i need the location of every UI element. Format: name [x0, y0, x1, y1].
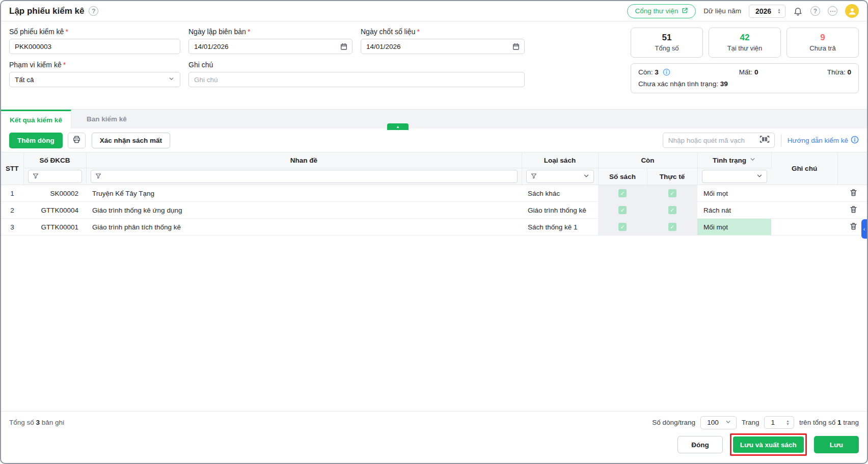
trash-icon	[849, 191, 858, 198]
tab-inventory-result[interactable]: Kết quả kiểm kê	[1, 110, 71, 128]
stepper-arrows-icon[interactable]: ▲▼	[786, 420, 790, 426]
pagination-bar: Tổng số 3 bản ghi Số dòng/trang 100 Tran…	[1, 411, 867, 433]
row-code: SK00002	[23, 185, 86, 202]
row-note[interactable]	[771, 219, 837, 236]
barcode-search-input[interactable]	[668, 137, 759, 144]
stock-checkbox-cell: ✓	[598, 185, 647, 202]
add-row-button[interactable]: Thêm dòng	[9, 133, 63, 148]
app-header: Lập phiếu kiểm kê ? Cổng thư viện Dữ liệ…	[1, 1, 867, 21]
delete-row-button[interactable]	[849, 188, 858, 198]
total-pages: trên tổng số 1 trang	[799, 419, 859, 426]
report-date-input[interactable]	[188, 39, 352, 54]
delete-row-button[interactable]	[849, 222, 858, 232]
library-portal-label: Cổng thư viện	[635, 7, 678, 15]
stock-checkbox[interactable]: ✓	[618, 223, 627, 231]
table-row[interactable]: 3 GTTK00001 Giáo trình phân tích thống k…	[1, 219, 868, 236]
stat-card-total: 51 Tổng số	[631, 28, 703, 58]
stepper-arrows-icon[interactable]: ▲▼	[777, 8, 781, 14]
row-title: Truyện Kể Tây Tạng	[86, 185, 522, 202]
closing-date-label: Ngày chốt số liệu*	[361, 28, 525, 36]
row-actions	[837, 202, 868, 219]
inventory-form-page: Lập phiếu kiểm kê ? Cổng thư viện Dữ liệ…	[0, 0, 868, 464]
col-header-note: Ghi chú	[771, 152, 837, 185]
avatar[interactable]	[845, 4, 859, 18]
row-note[interactable]	[771, 202, 837, 219]
empty-area	[1, 236, 867, 411]
code-filter-input[interactable]	[28, 170, 82, 183]
stat-card-not-returned: 9 Chưa trả	[786, 28, 859, 58]
voucher-number-label: Số phiếu kiểm kê*	[9, 28, 180, 36]
closing-date-input[interactable]	[361, 39, 525, 54]
stock-checkbox[interactable]: ✓	[618, 206, 627, 214]
stat-card-in-library: 42 Tại thư viện	[709, 28, 781, 58]
page-number-stepper[interactable]: 1 ▲▼	[764, 416, 794, 429]
inventory-guide-link[interactable]: Hướng dẫn kiểm kê	[788, 136, 859, 145]
actual-checkbox[interactable]: ✓	[668, 206, 676, 214]
category-filter-select[interactable]	[526, 170, 594, 183]
row-code: GTTK00001	[23, 219, 86, 236]
surplus-stat: Thừa: 0	[827, 68, 851, 76]
confirm-lost-books-button[interactable]: Xác nhận sách mất	[92, 133, 170, 148]
external-link-icon	[682, 7, 688, 15]
bell-icon[interactable]	[793, 6, 803, 16]
more-options-icon[interactable]: ⋯	[828, 6, 837, 16]
total-records: Tổng số 3 bản ghi	[9, 419, 64, 426]
tab-committee[interactable]: Ban kiểm kê	[71, 110, 142, 128]
help-icon[interactable]: ?	[810, 6, 820, 16]
rows-per-page-select[interactable]: 100	[700, 416, 737, 429]
row-stt: 1	[1, 185, 23, 202]
save-button[interactable]: Lưu	[814, 436, 859, 453]
delete-row-button[interactable]	[849, 205, 858, 215]
title-filter-input[interactable]	[91, 170, 518, 183]
filter-funnel-icon	[530, 172, 537, 181]
chevron-down-icon	[168, 75, 175, 84]
printer-icon	[72, 135, 81, 145]
info-icon	[851, 136, 859, 145]
side-panel-toggle[interactable]: ‹	[861, 219, 867, 239]
row-category: Sách khác	[522, 185, 598, 202]
stat-total-value: 51	[633, 33, 700, 43]
row-status-highlighted[interactable]: Mối mọt	[697, 219, 771, 236]
row-status[interactable]: Rách nát	[697, 202, 771, 219]
status-filter-select[interactable]	[702, 170, 768, 183]
filter-funnel-icon	[95, 172, 102, 181]
data-year-value: 2026	[755, 7, 771, 15]
col-header-category: Loại sách	[522, 152, 598, 168]
form-fields: Số phiếu kiểm kê* Ngày lập biên bản* Ngà…	[9, 28, 525, 109]
info-icon[interactable]	[663, 68, 670, 76]
actual-checkbox[interactable]: ✓	[668, 223, 676, 231]
stock-checkbox[interactable]: ✓	[618, 189, 627, 197]
actual-checkbox[interactable]: ✓	[668, 189, 676, 197]
table-row[interactable]: 2 GTTK00004 Giáo trình thống kê ứng dụng…	[1, 202, 868, 219]
form-section: Số phiếu kiểm kê* Ngày lập biên bản* Ngà…	[1, 21, 867, 109]
row-title: Giáo trình thống kê ứng dụng	[86, 202, 522, 219]
row-category: Sách thống kê 1	[522, 219, 598, 236]
col-header-status[interactable]: Tình trạng	[697, 152, 771, 168]
calendar-icon[interactable]	[512, 42, 520, 50]
col-header-stt: STT	[1, 152, 23, 185]
row-stt: 3	[1, 219, 23, 236]
barcode-search	[663, 133, 775, 148]
print-button[interactable]	[68, 133, 86, 148]
data-year-stepper[interactable]: 2026 ▲▼	[749, 5, 785, 18]
title-help-icon[interactable]: ?	[89, 6, 98, 16]
scope-select[interactable]: Tất cả	[9, 72, 180, 87]
chevron-down-icon	[749, 156, 756, 164]
close-button[interactable]: Đóng	[677, 436, 723, 453]
stat-not-returned-label: Chưa trả	[789, 44, 856, 52]
library-portal-button[interactable]: Cổng thư viện	[627, 4, 696, 18]
row-status[interactable]: Mối mọt	[697, 185, 771, 202]
notes-input[interactable]	[188, 72, 525, 87]
stat-in-library-value: 42	[711, 33, 778, 43]
subcol-header-actual: Thực tế	[647, 168, 697, 185]
save-and-export-button[interactable]: Lưu và xuất sách	[733, 436, 804, 453]
actual-checkbox-cell: ✓	[647, 219, 697, 236]
col-header-actions	[837, 152, 868, 185]
stock-checkbox-cell: ✓	[598, 202, 647, 219]
row-note[interactable]	[771, 185, 837, 202]
voucher-number-input[interactable]	[9, 39, 180, 54]
table-row[interactable]: 1 SK00002 Truyện Kể Tây Tạng Sách khác ✓…	[1, 185, 868, 202]
row-category: Giáo trình thống kê	[522, 202, 598, 219]
calendar-icon[interactable]	[340, 42, 348, 50]
collapse-panel-toggle[interactable]: ▲	[387, 123, 409, 130]
